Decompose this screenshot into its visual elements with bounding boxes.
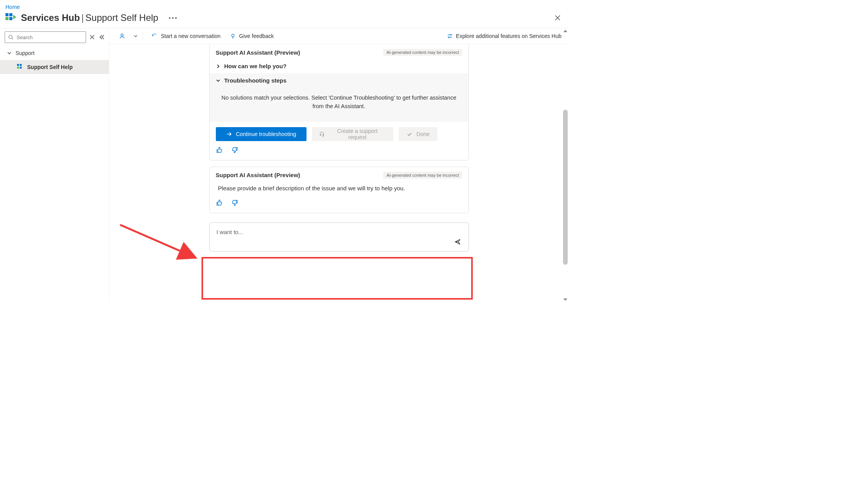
svg-point-1 [121,34,123,36]
chevron-down-icon [7,51,12,55]
assistant-card-troubleshoot: Support AI Assistant (Preview) AI-genera… [209,44,469,160]
accordion-label: Troubleshooting steps [224,77,287,84]
breadcrumb-home[interactable]: Home [5,4,20,10]
send-button[interactable] [452,236,463,247]
swap-icon [447,33,453,39]
nav-tree-root-support[interactable]: Support [0,46,109,60]
content-toolbar: Start a new conversation Give feedback E… [109,28,568,44]
clear-search-button[interactable] [89,33,95,42]
page-title: Services Hub|Support Self Help ⋯ [21,12,180,23]
title-row: Services Hub|Support Self Help ⋯ [0,12,568,28]
accordion-troubleshooting-header[interactable]: Troubleshooting steps [210,73,468,88]
app-root: Home Services Hub|Support Self Help ⋯ [0,0,568,305]
scroll-thumb[interactable] [563,110,568,265]
page-title-sub: Support Self Help [85,12,158,23]
ai-disclaimer-badge: AI-generated content may be incorrect [383,49,462,56]
more-actions-button[interactable]: ⋯ [166,11,180,24]
no-solutions-text: No solutions match your selections. Sele… [210,88,468,122]
nav-tree-root-label: Support [16,50,34,56]
explore-features-link[interactable]: Explore additional features on Services … [445,31,563,41]
check-icon [406,131,413,137]
nav-item-label: Support Self Help [27,64,72,70]
services-hub-logo-icon [5,12,16,23]
scroll-down-icon [563,298,567,301]
accordion-how-can-we-help[interactable]: How can we help you? [210,59,468,73]
nav-item-support-self-help[interactable]: Support Self Help [0,60,109,74]
close-button[interactable] [552,12,563,23]
services-hub-mini-icon [17,64,23,70]
chat-input-box[interactable] [209,222,469,252]
chevron-down-icon [216,78,220,83]
accordion-label: How can we help you? [224,63,287,69]
collapse-sidebar-button[interactable] [98,33,105,42]
breadcrumb: Home [0,0,568,12]
thumbs-down-icon [231,199,238,206]
continue-troubleshooting-button[interactable]: Continue troubleshooting [216,127,307,141]
thumbs-down-button[interactable] [231,147,238,155]
thumbs-up-button[interactable] [216,147,223,155]
chat-column[interactable]: Support AI Assistant (Preview) AI-genera… [109,44,568,302]
svg-point-2 [232,34,234,36]
search-input-field[interactable] [16,34,83,41]
thumbs-down-icon [231,147,238,153]
thumbs-up-icon [216,147,223,153]
ai-disclaimer-badge: AI-generated content may be incorrect [383,172,462,179]
page-title-main: Services Hub [21,12,80,23]
headset-icon [319,131,325,137]
chat-input-field[interactable] [216,228,462,236]
tool-label: Start a new conversation [161,33,220,39]
start-new-conversation-button[interactable]: Start a new conversation [148,31,224,41]
chevron-down-icon [133,34,138,38]
btn-label: Create a support request [329,128,386,140]
content-panel: Start a new conversation Give feedback E… [109,28,568,302]
search-input[interactable] [5,31,86,43]
thumbs-up-icon [216,199,223,206]
chat-column-inner: Support AI Assistant (Preview) AI-genera… [209,44,469,252]
give-feedback-button[interactable]: Give feedback [226,31,278,41]
assistant-card-prompt: Support AI Assistant (Preview) AI-genera… [209,167,469,213]
btn-label: Continue troubleshooting [236,131,296,137]
nav-tree: Support Support Self Help [0,46,109,74]
assistant-name: Support AI Assistant (Preview) [216,172,300,178]
create-support-request-button[interactable]: Create a support request [312,127,393,141]
scroll-up-icon [563,30,567,32]
tool-label: Give feedback [239,33,274,39]
feedback-icon [230,33,236,39]
sidebar: Support Support Self Help [0,28,109,302]
thumbs-up-button[interactable] [216,199,223,207]
search-icon [8,34,14,40]
vertical-scrollbar[interactable] [562,28,568,302]
assistant-name: Support AI Assistant (Preview) [216,49,300,56]
chevron-right-icon [216,64,220,69]
svg-point-0 [9,35,12,39]
profile-dropdown[interactable] [115,31,143,41]
thumbs-down-button[interactable] [231,199,238,207]
btn-label: Done [417,131,429,137]
arrow-right-icon [226,131,232,137]
person-icon [119,33,126,40]
refresh-icon [152,33,158,39]
explore-label: Explore additional features on Services … [456,33,561,39]
prompt-description: Please provide a brief description of th… [210,182,468,194]
done-button[interactable]: Done [399,127,437,141]
main-layout: Support Support Self Help [0,28,568,302]
accordion-troubleshooting: Troubleshooting steps No solutions match… [210,73,468,122]
send-icon [454,238,461,245]
